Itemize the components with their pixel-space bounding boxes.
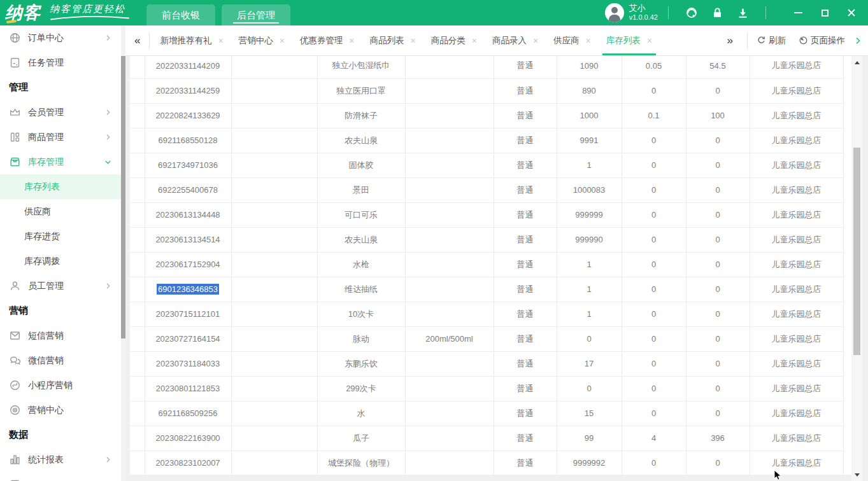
topnav-cashier[interactable]: 前台收银 xyxy=(146,4,215,25)
table-row[interactable]: 20220331144259独立医用口罩普通89000儿童乐园总店 xyxy=(130,78,843,103)
table-row[interactable]: 20230822163900瓜子普通994396儿童乐园总店 xyxy=(130,426,843,450)
person-icon xyxy=(9,280,21,292)
table-row[interactable]: 20230613134514农夫山泉普通99999000儿童乐园总店 xyxy=(130,227,843,252)
tab-close-icon[interactable]: × xyxy=(280,36,285,46)
table-row[interactable]: 20230823102007城堡探险（物理）普通999999200儿童乐园总店 xyxy=(130,450,843,475)
table-cell xyxy=(231,153,317,178)
table-row[interactable]: 6921734971036固体胶普通100儿童乐园总店 xyxy=(130,153,843,178)
tab-close-icon[interactable]: × xyxy=(472,36,477,46)
table-scrollbar-thumb[interactable] xyxy=(853,148,860,355)
table-row[interactable]: 6921168509256水普通1500儿童乐园总店 xyxy=(130,401,843,426)
refresh-button[interactable]: 刷新 xyxy=(747,32,786,50)
sidebar-scrollbar[interactable] xyxy=(121,25,125,481)
sidebar-item-库存进货[interactable]: 库存进货 xyxy=(0,224,121,249)
tab-优惠券管理[interactable]: 优惠券管理× xyxy=(300,25,355,55)
table-cell: 维达抽纸 xyxy=(317,277,405,302)
sidebar-item-partial[interactable] xyxy=(0,472,121,481)
sidebar-item-任务管理[interactable]: 任务管理 xyxy=(0,50,121,75)
sidebar-section-label: 数据 xyxy=(0,422,121,447)
sidebar-item-营销中心[interactable]: 营销中心 xyxy=(0,398,121,422)
page-operations-button[interactable]: 页面操作 xyxy=(799,32,845,50)
sidebar-item-label: 库存进货 xyxy=(24,231,60,242)
table-row[interactable]: 20230727164154脉动200ml/500ml普通000儿童乐园总店 xyxy=(130,326,843,351)
table-cell: 20230613134448 xyxy=(145,202,231,227)
tabs-scroll-right-button[interactable]: » xyxy=(720,34,741,47)
table-cell: 20230731184033 xyxy=(145,351,231,376)
sidebar-item-小程序营销[interactable]: 小程序营销 xyxy=(0,373,121,398)
table-cell: 0 xyxy=(622,128,686,153)
table-row[interactable]: 20220824133629防滑袜子普通10000.1100儿童乐园总店 xyxy=(130,103,843,128)
table-cell: 0 xyxy=(622,153,686,178)
tab-close-icon[interactable]: × xyxy=(218,36,223,46)
tab-供应商[interactable]: 供应商× xyxy=(553,25,591,55)
sidebar-item-会员管理[interactable]: 会员管理 xyxy=(0,100,121,125)
tab-close-icon[interactable]: × xyxy=(411,36,416,46)
tab-商品列表[interactable]: 商品列表× xyxy=(370,25,416,55)
table-cell: 儿童乐园总店 xyxy=(750,103,843,128)
tab-close-icon[interactable]: × xyxy=(349,36,354,46)
table-vertical-scrollbar[interactable] xyxy=(851,56,862,481)
tab-商品录入[interactable]: 商品录入× xyxy=(492,25,538,55)
table-row[interactable]: 2023071511210110次卡普通100儿童乐园总店 xyxy=(130,302,843,326)
user-name: 艾小 xyxy=(629,4,658,13)
table-cell xyxy=(231,178,317,202)
sidebar-item-label: 订单中心 xyxy=(28,32,64,44)
selected-barcode-text[interactable]: 6901236346853 xyxy=(157,284,219,295)
tab-close-icon[interactable]: × xyxy=(586,36,591,46)
scroll-up-arrow-icon[interactable] xyxy=(851,57,862,67)
tab-营销中心[interactable]: 营销中心× xyxy=(239,25,285,55)
topnav-backoffice[interactable]: 后台管理 xyxy=(222,4,290,25)
table-row[interactable]: 6922255400678景田普通100008300儿童乐园总店 xyxy=(130,178,843,202)
window-close-button[interactable] xyxy=(846,8,857,18)
sidebar-item-供应商[interactable]: 供应商 xyxy=(0,199,121,224)
table-cell: 儿童乐园总店 xyxy=(750,401,843,426)
avatar[interactable] xyxy=(605,3,624,22)
inventory-icon xyxy=(9,156,21,168)
table-cell: 普通 xyxy=(494,202,557,227)
sidebar-item-微信营销[interactable]: 微信营销 xyxy=(0,348,121,373)
tab-label: 库存列表 xyxy=(606,35,641,46)
download-icon[interactable] xyxy=(736,6,749,19)
sidebar-item-订单中心[interactable]: 订单中心 xyxy=(0,25,121,50)
table-cell: 0 xyxy=(686,227,750,252)
topnav: 前台收银后台管理 xyxy=(146,0,297,25)
table-row[interactable]: 6901236346853维达抽纸普通100儿童乐园总店 xyxy=(130,277,843,302)
sidebar-item-统计报表[interactable]: 统计报表 xyxy=(0,447,121,472)
sidebar-item-库存管理[interactable]: 库存管理 xyxy=(0,150,121,174)
tab-close-icon[interactable]: × xyxy=(533,36,538,46)
table-row[interactable]: 20230613134448可口可乐普通99999900儿童乐园总店 xyxy=(130,202,843,227)
scroll-down-arrow-icon[interactable] xyxy=(851,470,862,480)
tab-库存列表[interactable]: 库存列表× xyxy=(606,25,652,55)
table-cell xyxy=(231,426,317,450)
table-row[interactable]: 20230801121853299次卡普通000儿童乐园总店 xyxy=(130,376,843,401)
sidebar-scrollbar-thumb[interactable] xyxy=(121,56,125,338)
table-cell: 0 xyxy=(686,128,750,153)
window-maximize-button[interactable] xyxy=(820,8,830,18)
tabs-scroll-left-button[interactable]: « xyxy=(125,32,150,50)
table-row[interactable]: 20230731184033东鹏乐饮普通1700儿童乐园总店 xyxy=(130,351,843,376)
table-cell: 儿童乐园总店 xyxy=(750,277,843,302)
sidebar-item-商品管理[interactable]: 商品管理 xyxy=(0,125,121,150)
sidebar: 订单中心任务管理管理会员管理商品管理库存管理库存列表供应商库存进货库存调拨员工管… xyxy=(0,25,121,481)
miniprogram-icon xyxy=(9,379,21,391)
table-cell: 20230801121853 xyxy=(145,376,231,401)
chevron-right-icon[interactable] xyxy=(851,36,868,46)
window-minimize-button[interactable] xyxy=(793,8,803,18)
sidebar-item-员工管理[interactable]: 员工管理 xyxy=(0,274,121,298)
tab-close-icon[interactable]: × xyxy=(647,36,652,46)
table-cell xyxy=(231,128,317,153)
table-cell: 固体胶 xyxy=(317,153,405,178)
table-row[interactable]: 20230617152904水枪普通100儿童乐园总店 xyxy=(130,252,843,277)
lock-icon[interactable] xyxy=(711,6,723,19)
sidebar-item-库存列表[interactable]: 库存列表 xyxy=(0,174,121,199)
sidebar-item-库存调拨[interactable]: 库存调拨 xyxy=(0,249,121,274)
globe-icon xyxy=(9,32,21,44)
table-cell: 独立小包湿纸巾 xyxy=(317,56,405,78)
table-row[interactable]: 20220331144209独立小包湿纸巾普通10900.0554.5儿童乐园总… xyxy=(130,56,843,78)
sidebar-item-短信营销[interactable]: 短信营销 xyxy=(0,323,121,348)
customer-service-icon[interactable] xyxy=(685,6,698,19)
tab-商品分类[interactable]: 商品分类× xyxy=(431,25,477,55)
table-row[interactable]: 6921168550128农夫山泉普通999100儿童乐园总店 xyxy=(130,128,843,153)
tab-新增推荐有礼[interactable]: 新增推荐有礼× xyxy=(160,25,223,55)
refresh-icon xyxy=(757,36,766,45)
